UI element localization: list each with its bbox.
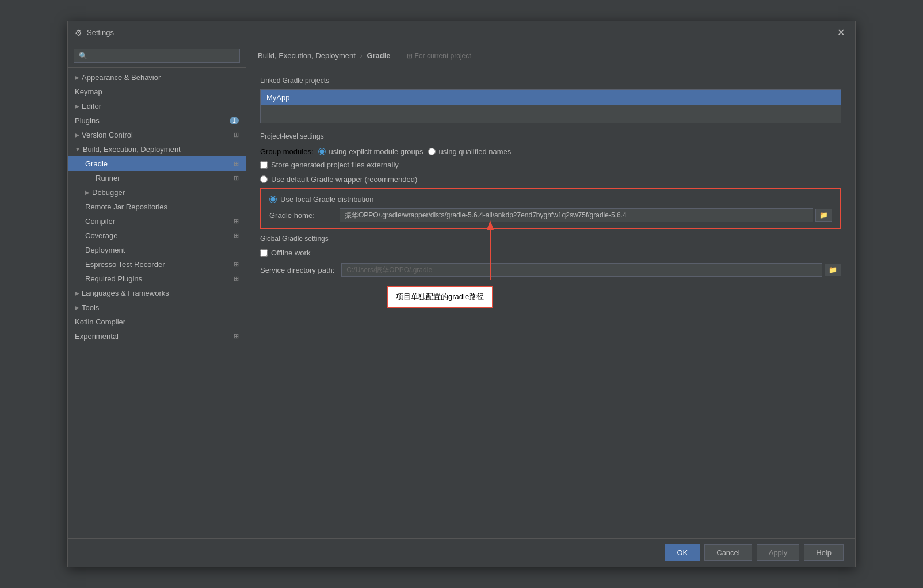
repo-icon: ⊞: [234, 160, 239, 167]
store-generated-row: Store generated project files externally: [260, 161, 841, 169]
arrow-icon: ▶: [75, 103, 79, 109]
sidebar-item-gradle[interactable]: Gradle ⊞: [68, 156, 246, 171]
use-default-wrapper-option[interactable]: Use default Gradle wrapper (recommended): [260, 175, 417, 184]
service-directory-input-wrap: 📁: [341, 263, 841, 277]
for-current-project: ⊞ For current project: [407, 52, 471, 60]
ok-button[interactable]: OK: [665, 544, 700, 561]
store-generated-label[interactable]: Store generated project files externally: [260, 161, 399, 169]
service-directory-label: Service directory path:: [260, 266, 334, 274]
dialog-title: Settings: [87, 28, 114, 37]
plugins-badge: 1: [230, 117, 239, 124]
gradle-home-label: Gradle home:: [269, 211, 333, 220]
use-default-wrapper-radio[interactable]: [260, 175, 268, 183]
breadcrumb-parent: Build, Execution, Deployment: [258, 51, 356, 60]
arrow-icon: ▶: [85, 189, 90, 196]
repo-icon: ⊞: [234, 333, 239, 340]
for-current-label: For current project: [415, 52, 471, 60]
sidebar-item-compiler[interactable]: Compiler ⊞: [68, 214, 246, 228]
sidebar: ▶ Appearance & Behavior Keymap ▶ Editor: [68, 44, 246, 538]
sidebar-item-required-plugins[interactable]: Required Plugins ⊞: [68, 272, 246, 286]
panel-body: Linked Gradle projects MyApp Project-lev…: [246, 67, 855, 538]
apply-button[interactable]: Apply: [757, 544, 800, 561]
group-modules-explicit-option[interactable]: using explicit module groups: [318, 147, 424, 156]
sidebar-item-experimental[interactable]: Experimental ⊞: [68, 329, 246, 343]
gear-icon: ⚙: [75, 28, 82, 37]
sidebar-items: ▶ Appearance & Behavior Keymap ▶ Editor: [68, 68, 246, 538]
gradle-home-row: Gradle home: 📁: [269, 208, 832, 222]
gradle-home-input-wrap: 📁: [340, 208, 832, 222]
repo-icon: ⊞: [234, 261, 239, 268]
sidebar-item-espresso[interactable]: Espresso Test Recorder ⊞: [68, 257, 246, 272]
sidebar-item-kotlin[interactable]: Kotlin Compiler: [68, 315, 246, 329]
repo-icon: ⊞: [234, 131, 239, 139]
sidebar-item-editor[interactable]: ▶ Editor: [68, 99, 246, 113]
group-modules-label: Group modules:: [260, 147, 314, 156]
service-directory-folder-button[interactable]: 📁: [825, 264, 841, 276]
use-local-gradle-radio[interactable]: [269, 196, 277, 203]
offline-work-checkbox[interactable]: [260, 249, 268, 257]
sidebar-item-plugins[interactable]: Plugins 1: [68, 113, 246, 128]
title-bar-left: ⚙ Settings: [75, 28, 114, 37]
annotation-text: 项目单独配置的gradle路径: [387, 286, 493, 308]
service-directory-input[interactable]: [341, 263, 822, 277]
sidebar-item-remote-jar[interactable]: Remote Jar Repositories: [68, 200, 246, 214]
repo-icon: ⊞: [234, 275, 239, 282]
use-default-wrapper-row: Use default Gradle wrapper (recommended): [260, 175, 841, 184]
breadcrumb: Build, Execution, Deployment › Gradle: [258, 51, 391, 60]
repo-icon: ⊞: [234, 217, 239, 225]
linked-projects-title: Linked Gradle projects: [260, 77, 841, 85]
offline-work-label[interactable]: Offline work: [260, 249, 310, 257]
breadcrumb-separator: ›: [360, 51, 362, 60]
panel-header: Build, Execution, Deployment › Gradle ⊞ …: [246, 44, 855, 67]
sidebar-item-debugger[interactable]: ▶ Debugger: [68, 185, 246, 200]
sidebar-item-version-control[interactable]: ▶ Version Control ⊞: [68, 128, 246, 142]
breadcrumb-current: Gradle: [367, 51, 390, 60]
use-local-gradle-option[interactable]: Use local Gradle distribution: [269, 195, 374, 204]
title-bar: ⚙ Settings ✕: [68, 21, 855, 44]
arrow-icon: ▶: [75, 304, 79, 311]
group-modules-qualified-option[interactable]: using qualified names: [428, 147, 512, 156]
settings-dialog: ⚙ Settings ✕ ▶ Appearance & Behavior: [67, 21, 856, 567]
for-current-icon: ⊞: [407, 52, 413, 60]
arrow-expanded-icon: ▼: [75, 146, 81, 152]
main-content: ▶ Appearance & Behavior Keymap ▶ Editor: [68, 44, 855, 538]
sidebar-item-tools[interactable]: ▶ Tools: [68, 300, 246, 315]
service-directory-row: Service directory path: 📁: [260, 263, 841, 277]
sidebar-item-keymap[interactable]: Keymap: [68, 85, 246, 99]
arrow-svg: [444, 217, 536, 286]
cancel-button[interactable]: Cancel: [704, 544, 752, 561]
arrow-icon: ▶: [75, 74, 79, 81]
sidebar-item-languages[interactable]: ▶ Languages & Frameworks: [68, 286, 246, 300]
sidebar-item-appearance[interactable]: ▶ Appearance & Behavior: [68, 70, 246, 85]
linked-project-empty: [261, 105, 841, 123]
right-panel: Build, Execution, Deployment › Gradle ⊞ …: [246, 44, 855, 538]
gradle-home-input[interactable]: [340, 208, 813, 222]
annotation-wrap: 项目单独配置的gradle路径: [260, 286, 841, 332]
use-local-gradle-row: Use local Gradle distribution: [269, 195, 832, 204]
search-input[interactable]: [74, 49, 240, 63]
store-generated-checkbox[interactable]: [260, 161, 268, 169]
linked-project-item[interactable]: MyApp: [261, 90, 841, 105]
group-modules-explicit-radio[interactable]: [318, 148, 326, 155]
search-box: [68, 44, 246, 68]
sidebar-item-coverage[interactable]: Coverage ⊞: [68, 228, 246, 243]
group-modules-qualified-radio[interactable]: [428, 148, 436, 155]
sidebar-item-deployment[interactable]: Deployment: [68, 243, 246, 257]
global-gradle-title: Global Gradle settings: [260, 235, 841, 243]
arrow-icon: ▶: [75, 290, 79, 296]
offline-work-row: Offline work: [260, 249, 841, 257]
repo-icon: ⊞: [234, 232, 239, 239]
arrow-icon: ▶: [75, 132, 79, 138]
bottom-bar: OK Cancel Apply Help: [68, 538, 855, 567]
project-level-title: Project-level settings: [260, 132, 841, 140]
help-button[interactable]: Help: [804, 544, 844, 561]
sidebar-item-runner[interactable]: Runner ⊞: [68, 171, 246, 185]
annotation-tooltip: 项目单独配置的gradle路径: [387, 286, 493, 308]
use-local-gradle-box: Use local Gradle distribution Gradle hom…: [260, 188, 841, 229]
gradle-home-folder-button[interactable]: 📁: [815, 209, 832, 222]
repo-icon: ⊞: [234, 174, 239, 182]
sidebar-item-build-exec[interactable]: ▼ Build, Execution, Deployment: [68, 142, 246, 156]
close-button[interactable]: ✕: [834, 26, 848, 39]
group-modules-row: Group modules: using explicit module gro…: [260, 147, 841, 156]
linked-projects-list: MyApp: [260, 89, 841, 123]
